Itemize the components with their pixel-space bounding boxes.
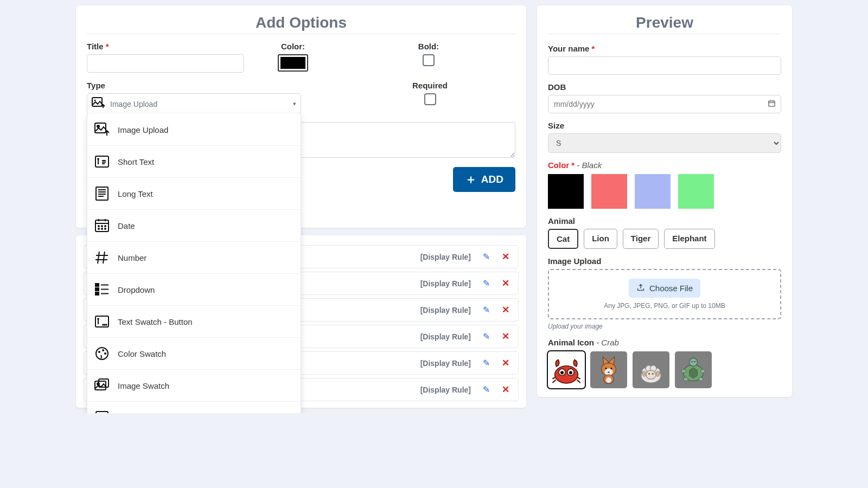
svg-rect-14 — [95, 288, 99, 291]
type-option-date[interactable]: Date — [87, 210, 301, 242]
svg-point-12 — [105, 228, 106, 229]
dob-input[interactable] — [548, 95, 781, 113]
color-swatch-red[interactable] — [591, 174, 627, 209]
svg-point-34 — [560, 371, 564, 374]
edit-icon[interactable]: ✎ — [483, 384, 490, 395]
required-label: Required — [344, 81, 515, 90]
color-picker[interactable] — [278, 54, 308, 72]
title-label: Title * — [87, 42, 244, 51]
add-button[interactable]: ＋ADD — [453, 167, 515, 192]
type-label: Type — [87, 81, 301, 90]
animal-option-tiger[interactable]: Tiger — [623, 229, 659, 249]
svg-point-10 — [98, 228, 99, 229]
size-select[interactable]: S — [548, 133, 781, 153]
required-checkbox[interactable] — [424, 93, 436, 105]
type-option-image-upload[interactable]: Image Upload — [87, 114, 301, 146]
display-rule-button[interactable]: [Display Rule] — [420, 253, 471, 261]
upload-hint: Any JPG, JPEG, PNG, or GIF up to 10MB — [558, 302, 771, 310]
svg-point-55 — [691, 361, 692, 362]
svg-point-19 — [106, 324, 107, 325]
dob-label: DOB — [548, 82, 781, 92]
svg-point-60 — [699, 377, 703, 381]
upload-label: Image Upload — [548, 256, 781, 266]
date-icon — [93, 216, 111, 235]
type-option-image-swatch[interactable]: Image Swatch — [87, 370, 301, 402]
delete-icon[interactable]: ✕ — [502, 304, 509, 316]
svg-point-49 — [652, 373, 653, 374]
color-swatch-icon — [93, 344, 111, 363]
img-swatch-turtle[interactable] — [675, 351, 712, 388]
dropdown-icon — [93, 280, 111, 299]
type-option-text-swatch[interactable]: Text Swatch - Button — [87, 306, 301, 338]
delete-icon[interactable]: ✕ — [502, 357, 509, 369]
display-rule-button[interactable]: [Display Rule] — [420, 386, 471, 394]
type-option-number[interactable]: Number — [87, 242, 301, 274]
animal-icon-label: Animal Icon - Crab — [548, 338, 781, 347]
svg-point-38 — [605, 368, 607, 369]
svg-point-23 — [104, 352, 106, 355]
svg-point-8 — [101, 226, 103, 227]
delete-icon[interactable]: ✕ — [502, 251, 509, 262]
delete-icon[interactable]: ✕ — [502, 384, 509, 395]
calendar-icon[interactable] — [768, 99, 776, 109]
svg-point-59 — [684, 377, 688, 381]
edit-icon[interactable]: ✎ — [483, 331, 490, 342]
svg-point-39 — [610, 368, 612, 369]
upload-sub: Upload your image — [548, 323, 781, 330]
type-option-color-swatch[interactable]: Color Swatch — [87, 338, 301, 370]
animal-option-cat[interactable]: Cat — [548, 229, 578, 249]
display-rule-button[interactable]: [Display Rule] — [420, 359, 471, 368]
choose-file-button[interactable]: Choose File — [629, 279, 700, 298]
edit-icon[interactable]: ✎ — [483, 358, 490, 368]
delete-icon[interactable]: ✕ — [502, 331, 509, 342]
upload-icon — [636, 283, 645, 293]
svg-rect-24 — [95, 381, 106, 390]
img-swatch-fox[interactable] — [590, 351, 627, 388]
display-rule-button[interactable]: [Display Rule] — [420, 279, 471, 288]
type-option-rich-text[interactable]: HTM</> Rich Text — [87, 402, 301, 413]
image-swatch-icon — [93, 376, 111, 395]
color-swatch-green[interactable] — [678, 174, 714, 209]
img-swatch-crab[interactable] — [548, 351, 585, 388]
display-rule-button[interactable]: [Display Rule] — [420, 332, 471, 341]
add-options-panel: Add Options Title * Color: Bold: Type — [76, 5, 526, 228]
rich-text-icon: HTM</> — [93, 408, 111, 413]
svg-rect-15 — [95, 292, 99, 295]
svg-rect-13 — [95, 284, 99, 286]
svg-point-35 — [569, 371, 572, 374]
color-swatch-black[interactable] — [548, 174, 584, 209]
chevron-down-icon: ▾ — [293, 100, 296, 107]
type-option-dropdown[interactable]: Dropdown — [87, 274, 301, 306]
text-swatch-icon — [93, 312, 111, 331]
edit-icon[interactable]: ✎ — [483, 305, 490, 315]
animal-option-elephant[interactable]: Elephant — [664, 229, 714, 249]
bold-checkbox[interactable] — [423, 54, 435, 66]
color-swatch-blue[interactable] — [635, 174, 671, 209]
svg-point-21 — [98, 351, 100, 353]
display-rule-button[interactable]: [Display Rule] — [420, 306, 471, 314]
img-swatch-sheep[interactable] — [633, 351, 669, 388]
color-label: Color: — [255, 42, 331, 51]
title-input[interactable] — [87, 54, 244, 73]
bold-label: Bold: — [342, 42, 515, 51]
delete-icon[interactable]: ✕ — [502, 278, 509, 289]
svg-point-48 — [648, 373, 649, 374]
svg-point-17 — [103, 324, 104, 325]
name-input[interactable] — [548, 56, 781, 75]
svg-rect-27 — [96, 412, 108, 413]
type-option-long-text[interactable]: Long Text — [87, 178, 301, 210]
svg-rect-30 — [769, 101, 775, 106]
size-label: Size — [548, 121, 781, 130]
preview-panel: Preview Your name * DOB Size S Col — [537, 5, 792, 397]
plus-icon: ＋ — [465, 174, 477, 185]
svg-point-9 — [105, 226, 106, 227]
number-icon — [93, 248, 111, 267]
type-option-short-text[interactable]: Short Text — [87, 146, 301, 178]
type-select[interactable]: Image Upload ▾ — [87, 93, 301, 114]
edit-icon[interactable]: ✎ — [483, 252, 490, 262]
svg-point-57 — [681, 369, 686, 373]
upload-dropzone[interactable]: Choose File Any JPG, JPEG, PNG, or GIF u… — [548, 269, 781, 319]
svg-point-50 — [642, 371, 646, 376]
animal-option-lion[interactable]: Lion — [584, 229, 617, 249]
edit-icon[interactable]: ✎ — [483, 278, 490, 288]
